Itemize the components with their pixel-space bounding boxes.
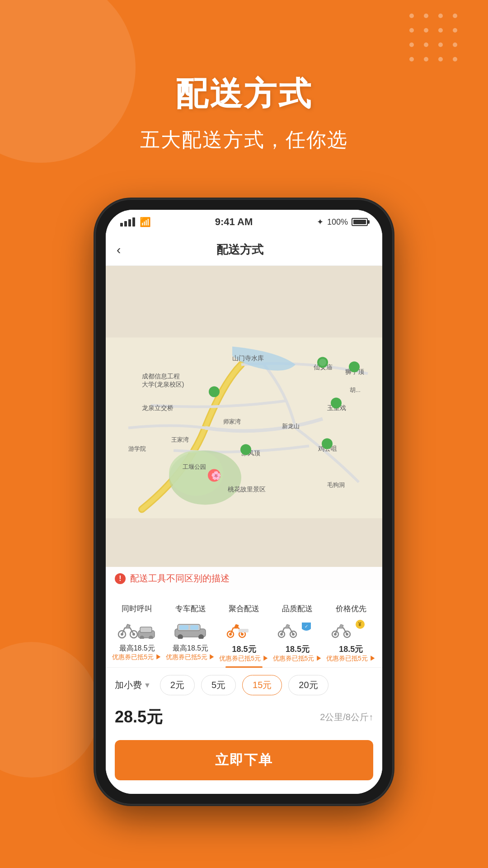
service-price-2: 最高18.5元	[173, 644, 208, 653]
extra-fee-label: 加小费 ▼	[115, 679, 151, 691]
main-title: 配送方式	[0, 72, 488, 116]
service-name-3: 聚合配送	[229, 604, 259, 614]
svg-text:山门寺水库: 山门寺水库	[232, 354, 264, 362]
service-price-4: 18.5元	[286, 644, 310, 655]
extra-fee-row: 加小费 ▼ 2元 5元 15元 20元	[106, 668, 382, 703]
map-svg: 成都信息工程 大学(龙泉校区) 龙泉立交桥 山门寺水库 仙女庙 狮子顶 游学院 …	[106, 266, 382, 590]
service-icon-2	[170, 618, 211, 640]
service-name-2: 专车配送	[175, 604, 206, 614]
signal-bars	[120, 217, 135, 226]
fee-options: 2元 5元 15元 20元	[160, 675, 328, 695]
fee-opt-20[interactable]: 20元	[288, 675, 328, 695]
total-row: 28.5元 2公里/8公斤↑	[106, 703, 382, 736]
battery-fill	[353, 220, 366, 224]
phone-mockup: 📶 9:41 AM ✦ 100% ‹ 配送方式	[95, 199, 393, 805]
svg-text:桃花故里景区: 桃花故里景区	[228, 486, 266, 493]
wifi-icon: 📶	[140, 217, 151, 227]
svg-rect-40	[140, 627, 152, 632]
status-left: 📶	[120, 217, 151, 227]
header-section: 配送方式 五大配送方式，任你选	[0, 72, 488, 153]
service-price-5: 18.5元	[339, 644, 363, 655]
svg-text:王家湾: 王家湾	[171, 436, 189, 443]
service-price-3: 18.5元	[232, 644, 256, 655]
svg-text:龙泉立交桥: 龙泉立交桥	[142, 404, 174, 411]
svg-text:游学院: 游学院	[128, 445, 146, 452]
sub-title: 五大配送方式，任你选	[0, 127, 488, 153]
svg-text:🌸: 🌸	[211, 471, 221, 481]
phone-outer: 📶 9:41 AM ✦ 100% ‹ 配送方式	[95, 199, 393, 805]
status-bar: 📶 9:41 AM ✦ 100%	[106, 210, 382, 234]
fee-opt-2[interactable]: 2元	[160, 675, 195, 695]
svg-point-22	[319, 359, 326, 366]
service-options: 同时呼叫	[106, 590, 382, 668]
svg-text:工堰公园: 工堰公园	[183, 463, 206, 470]
bluetooth-icon: ✦	[317, 217, 324, 227]
svg-text:毛狗洞: 毛狗洞	[327, 481, 345, 488]
service-coupon-5: 优惠券已抵5元 ▶	[326, 655, 376, 663]
distance-info: 2公里/8公斤↑	[320, 711, 373, 723]
warning-text: 配送工具不同区别的描述	[130, 572, 230, 585]
total-price: 28.5元	[115, 706, 163, 728]
order-button[interactable]: 立即下单	[115, 740, 373, 780]
phone-screen: 📶 9:41 AM ✦ 100% ‹ 配送方式	[106, 210, 382, 794]
service-coupon-1: 优惠券已抵5元 ▶	[112, 653, 162, 661]
back-button[interactable]: ‹	[117, 243, 121, 257]
fee-opt-15[interactable]: 15元	[242, 675, 282, 695]
service-option-quality[interactable]: 品质配送 ✓	[271, 599, 324, 667]
service-icon-5: ¥	[331, 618, 371, 640]
svg-rect-47	[179, 625, 188, 630]
bg-circle-bottom	[0, 642, 99, 778]
fee-opt-5[interactable]: 5元	[201, 675, 236, 695]
battery-text: 100%	[327, 217, 348, 227]
warning-icon: !	[115, 573, 126, 584]
svg-text:师家湾: 师家湾	[223, 418, 241, 425]
status-right: ✦ 100%	[317, 217, 368, 227]
battery-icon	[352, 218, 368, 226]
service-icon-1	[117, 618, 157, 640]
service-name-5: 价格优先	[336, 604, 366, 614]
service-coupon-4: 优惠券已抵5元 ▶	[273, 655, 323, 663]
service-option-car[interactable]: 专车配送 最高18.5元 优惠券已抵	[164, 599, 217, 667]
service-price-1: 最高18.5元	[119, 644, 155, 653]
service-option-simultaneous[interactable]: 同时呼叫	[110, 599, 164, 667]
service-option-aggregate[interactable]: 聚合配送 18.5元	[217, 599, 271, 667]
warning-banner: ! 配送工具不同区别的描述	[106, 567, 382, 590]
svg-text:新龙山: 新龙山	[282, 423, 300, 429]
svg-text:¥: ¥	[358, 621, 361, 627]
status-time: 9:41 AM	[215, 216, 253, 228]
svg-text:成都信息工程: 成都信息工程	[142, 373, 180, 380]
service-coupon-2: 优惠券已抵5元 ▶	[166, 653, 216, 661]
nav-bar: ‹ 配送方式	[106, 234, 382, 266]
service-icon-4: ✓	[277, 618, 318, 640]
service-name-4: 品质配送	[282, 604, 313, 614]
svg-text:大学(龙泉校区): 大学(龙泉校区)	[142, 381, 184, 388]
svg-rect-48	[190, 625, 198, 630]
service-icon-3	[224, 618, 264, 640]
nav-title: 配送方式	[130, 242, 350, 258]
svg-rect-53	[239, 629, 249, 632]
bottom-sheet: 同时呼叫	[106, 590, 382, 794]
svg-text:胡...: 胡...	[350, 387, 361, 393]
map-area: 成都信息工程 大学(龙泉校区) 龙泉立交桥 山门寺水库 仙女庙 狮子顶 游学院 …	[106, 266, 382, 590]
dots-grid	[409, 14, 461, 65]
service-coupon-3: 优惠券已抵5元 ▶	[219, 655, 269, 663]
service-name-1: 同时呼叫	[122, 604, 152, 614]
svg-text:✓: ✓	[305, 624, 308, 629]
service-option-price-first[interactable]: 价格优先 ¥	[324, 599, 378, 667]
